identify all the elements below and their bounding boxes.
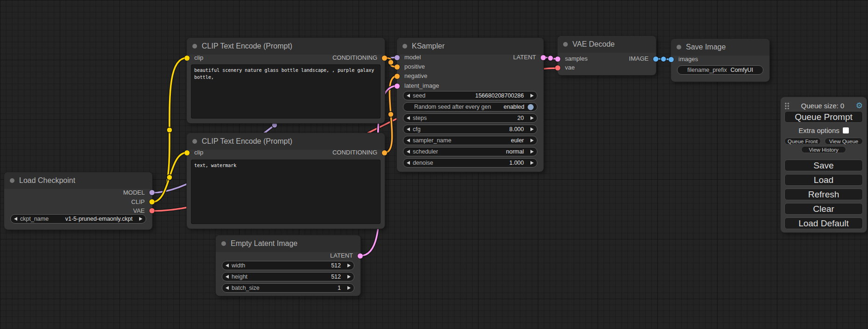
load-button[interactable]: Load — [784, 174, 863, 186]
node-empty-latent-image[interactable]: Empty Latent Image LATENT width 512 heig… — [216, 235, 360, 296]
extra-options-checkbox[interactable] — [843, 127, 849, 133]
view-history-button[interactable]: View History — [801, 146, 846, 153]
output-label-latent: LATENT — [330, 251, 353, 260]
latent-image-input-port[interactable] — [395, 84, 400, 89]
increment-arrow-icon[interactable] — [530, 94, 534, 98]
next-arrow-icon[interactable] — [139, 217, 142, 221]
model-output-port[interactable] — [149, 190, 155, 195]
node-clip-text-encode-negative[interactable]: CLIP Text Encode (Prompt) clip CONDITION… — [187, 133, 385, 229]
save-button[interactable]: Save — [784, 160, 863, 171]
queue-size-label: Queue size: 0 — [790, 102, 856, 110]
node-title-bar[interactable]: Load Checkpoint — [4, 172, 152, 189]
refresh-button[interactable]: Refresh — [784, 189, 863, 200]
model-input-port[interactable] — [395, 55, 400, 60]
decrement-arrow-icon[interactable] — [407, 94, 410, 98]
input-label-vae: vae — [565, 63, 575, 72]
load-default-button[interactable]: Load Default — [784, 217, 863, 229]
prev-arrow-icon[interactable] — [14, 217, 17, 221]
node-title-bar[interactable]: Save Image — [671, 39, 769, 56]
increment-arrow-icon[interactable] — [530, 116, 534, 120]
batch-size-widget[interactable]: batch_size 1 — [222, 283, 354, 293]
ckpt-name-widget[interactable]: ckpt_name v1-5-pruned-emaonly.ckpt — [10, 214, 146, 224]
positive-input-port[interactable] — [395, 64, 400, 70]
node-vae-decode[interactable]: VAE Decode samples vae IMAGE — [557, 36, 656, 75]
prev-arrow-icon[interactable] — [407, 150, 410, 154]
node-clip-text-encode-positive[interactable]: CLIP Text Encode (Prompt) clip CONDITION… — [187, 38, 385, 123]
clip-output-port[interactable] — [149, 199, 155, 204]
node-title-bar[interactable]: KSampler — [397, 38, 543, 55]
input-label-clip: clip — [194, 53, 204, 63]
node-title-bar[interactable]: VAE Decode — [557, 36, 656, 53]
latent-output-port[interactable] — [358, 253, 363, 259]
collapse-dot-icon[interactable] — [10, 178, 14, 183]
settings-gear-icon[interactable]: ⚙ — [856, 102, 863, 110]
denoise-widget[interactable]: denoise 1.000 — [403, 158, 537, 168]
clip-input-port[interactable] — [184, 150, 190, 155]
queue-prompt-button[interactable]: Queue Prompt — [784, 111, 863, 123]
negative-input-port[interactable] — [395, 74, 400, 79]
toggle-knob-icon[interactable] — [528, 104, 534, 110]
collapse-dot-icon[interactable] — [677, 45, 681, 49]
widget-value: 512 — [331, 273, 341, 280]
collapse-dot-icon[interactable] — [221, 241, 226, 246]
wire-midpoint-dot-cond-neg[interactable] — [388, 112, 394, 117]
drag-handle-icon[interactable] — [784, 102, 790, 109]
clip-input-port[interactable] — [184, 56, 190, 61]
prompt-textarea[interactable]: text, watermark — [191, 160, 381, 224]
random-seed-toggle-widget[interactable]: Random seed after every gen enabled — [403, 102, 537, 112]
images-input-port[interactable] — [669, 57, 674, 62]
prompt-textarea[interactable]: beautiful scenery nature glass bottle la… — [191, 64, 381, 119]
node-title-bar[interactable]: CLIP Text Encode (Prompt) — [187, 133, 385, 150]
prev-arrow-icon[interactable] — [407, 139, 410, 142]
latent-output-port[interactable] — [541, 55, 546, 60]
decrement-arrow-icon[interactable] — [407, 127, 410, 131]
decrement-arrow-icon[interactable] — [226, 275, 229, 279]
widget-label: sampler_name — [413, 137, 452, 144]
increment-arrow-icon[interactable] — [347, 286, 351, 290]
node-load-checkpoint[interactable]: Load Checkpoint MODEL CLIP VAE ckpt_name… — [4, 172, 152, 230]
steps-widget[interactable]: steps 20 — [403, 113, 537, 123]
width-widget[interactable]: width 512 — [222, 261, 354, 270]
conditioning-output-port[interactable] — [382, 150, 387, 155]
seed-widget[interactable]: seed 156680208700286 — [403, 91, 537, 100]
wire-midpoint-dot-cond-pos[interactable] — [388, 60, 394, 65]
next-arrow-icon[interactable] — [530, 150, 534, 154]
node-title-bar[interactable]: CLIP Text Encode (Prompt) — [187, 38, 385, 55]
collapse-dot-icon[interactable] — [192, 139, 197, 144]
cfg-widget[interactable]: cfg 8.000 — [403, 125, 537, 134]
collapse-dot-icon[interactable] — [563, 42, 568, 47]
collapse-dot-icon[interactable] — [402, 44, 407, 49]
decrement-arrow-icon[interactable] — [407, 116, 410, 120]
samples-input-port[interactable] — [555, 56, 560, 62]
next-arrow-icon[interactable] — [530, 139, 534, 142]
increment-arrow-icon[interactable] — [530, 161, 534, 165]
vae-output-port[interactable] — [149, 208, 155, 213]
queue-front-button[interactable]: Queue Front — [784, 138, 821, 145]
wire-midpoint-dot-image[interactable] — [661, 56, 666, 62]
scheduler-widget[interactable]: scheduler normal — [403, 147, 537, 156]
conditioning-output-port[interactable] — [382, 56, 387, 61]
widget-label: denoise — [413, 160, 433, 166]
collapse-dot-icon[interactable] — [192, 44, 197, 49]
graph-canvas[interactable]: { "colors": { "model": "#B39DDB", "clip"… — [0, 0, 868, 329]
node-save-image[interactable]: Save Image images filename_prefix ComfyU… — [671, 39, 769, 82]
node-ksampler[interactable]: KSampler model positive negative latent_… — [397, 38, 543, 172]
wire-midpoint-dot-clip-neg[interactable] — [167, 175, 172, 180]
height-widget[interactable]: height 512 — [222, 272, 354, 281]
decrement-arrow-icon[interactable] — [407, 161, 410, 165]
image-output-port[interactable] — [653, 56, 658, 62]
clear-button[interactable]: Clear — [784, 203, 863, 215]
increment-arrow-icon[interactable] — [530, 127, 534, 131]
vae-input-port[interactable] — [555, 65, 560, 70]
decrement-arrow-icon[interactable] — [226, 286, 229, 290]
decrement-arrow-icon[interactable] — [226, 264, 229, 267]
wire-midpoint-dot-latent-out[interactable] — [548, 56, 553, 61]
sampler-name-widget[interactable]: sampler_name euler — [403, 136, 537, 145]
filename-prefix-widget[interactable]: filename_prefix ComfyUI — [677, 65, 763, 75]
increment-arrow-icon[interactable] — [347, 275, 351, 279]
wire-midpoint-dot-clip-pos[interactable] — [167, 127, 172, 133]
node-title-bar[interactable]: Empty Latent Image — [216, 235, 360, 252]
increment-arrow-icon[interactable] — [347, 264, 351, 267]
view-queue-button[interactable]: View Queue — [825, 138, 863, 145]
input-label-positive: positive — [404, 62, 425, 71]
